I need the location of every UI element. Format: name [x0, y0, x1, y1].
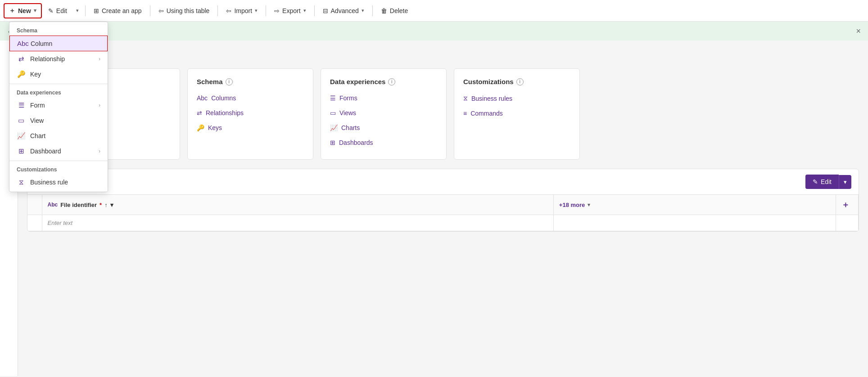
- form-item-left: ☰ Form: [17, 101, 45, 109]
- forms-link[interactable]: ☰ Forms: [330, 91, 437, 106]
- create-app-icon: ⊞: [94, 7, 99, 14]
- export-chevron-icon: ▾: [303, 8, 306, 13]
- business-rules-label: Business rules: [471, 95, 512, 102]
- key-item-left: 🔑 Key: [17, 70, 41, 78]
- table-wrapper: Abc File identifier * ↑ ▾ +18 more: [27, 195, 859, 231]
- plus-icon: ＋: [9, 7, 15, 15]
- edit-chevron-icon: ▾: [76, 8, 79, 13]
- new-chevron-icon: ▾: [34, 8, 36, 13]
- banner-close-button[interactable]: ×: [856, 27, 861, 36]
- relationships-icon: ⇄: [197, 109, 202, 117]
- keys-link[interactable]: 🔑 Keys: [197, 121, 304, 135]
- import-label: Import: [234, 7, 252, 14]
- relationships-link[interactable]: ⇄ Relationships: [197, 106, 304, 121]
- export-icon: ⇨: [274, 7, 280, 14]
- edit-data-label: Edit: [821, 178, 832, 185]
- using-table-label: Using this table: [167, 7, 210, 14]
- page-title: pboxFiles: [27, 49, 859, 61]
- delete-icon: 🗑: [381, 7, 387, 14]
- table-header-row: Abc File identifier * ↑ ▾ +18 more: [27, 195, 859, 215]
- dashboard-label: Dashboard: [30, 148, 61, 155]
- business-rule-item-left: ⧖ Business rule: [17, 178, 68, 186]
- new-label: New: [18, 7, 31, 14]
- customizations-section-label: Customizations: [9, 163, 108, 175]
- column-icon: Abc: [17, 40, 26, 47]
- new-dropdown-menu: Schema Abc Column ⇄ Relationship › 🔑 Key…: [9, 22, 108, 192]
- edit-dropdown-button[interactable]: ▾: [73, 5, 81, 16]
- dashboard-menu-item[interactable]: ⊞ Dashboard ›: [9, 144, 108, 159]
- edit-data-chevron-icon: ▾: [844, 179, 847, 185]
- chart-label: Chart: [30, 132, 45, 139]
- business-rule-icon: ⧖: [17, 178, 26, 186]
- menu-divider-2: [9, 161, 108, 161]
- divider-2: [150, 5, 150, 16]
- using-table-button[interactable]: ⇦ Using this table: [154, 4, 214, 17]
- sort-up-icon: ↑: [104, 202, 108, 208]
- main-content: pboxFiles ⚙ Properties ⊟ Tools ▾: [0, 40, 868, 376]
- edit-button[interactable]: ✎ Edit: [44, 4, 72, 17]
- new-button[interactable]: ＋ New ▾: [4, 3, 42, 18]
- dashboard-chevron-icon: ›: [99, 148, 100, 154]
- data-experiences-card: Data experiences i ☰ Forms ▭ Views 📈 Cha…: [321, 68, 447, 160]
- edit-data-button[interactable]: ✎ Edit: [805, 175, 839, 189]
- add-column-icon: ＋: [841, 200, 850, 209]
- form-chevron-icon: ›: [99, 102, 100, 108]
- more-chevron-icon: ▾: [588, 202, 590, 208]
- views-link[interactable]: ▭ Views: [330, 106, 437, 121]
- sort-down-icon: ▾: [110, 202, 113, 208]
- add-column-header[interactable]: ＋: [836, 195, 859, 215]
- business-rule-menu-item[interactable]: ⧖ Business rule: [9, 175, 108, 190]
- delete-button[interactable]: 🗑 Delete: [376, 4, 412, 17]
- advanced-button[interactable]: ⊟ Advanced ▾: [318, 4, 369, 17]
- file-identifier-label: File identifier: [60, 202, 97, 208]
- data-table-section: s columns and data ✎ Edit ▾: [27, 169, 859, 232]
- key-icon: 🔑: [17, 70, 26, 78]
- commands-icon: ≡: [463, 110, 467, 117]
- divider-3: [217, 5, 218, 16]
- create-app-label: Create an app: [102, 7, 142, 14]
- form-menu-item[interactable]: ☰ Form ›: [9, 98, 108, 113]
- import-button[interactable]: ⇦ Import ▾: [222, 4, 262, 17]
- commands-label: Commands: [470, 110, 503, 117]
- import-chevron-icon: ▾: [255, 8, 258, 13]
- data-experiences-info-icon: i: [388, 78, 395, 85]
- view-label: View: [30, 117, 44, 124]
- schema-section-label: Schema: [9, 24, 108, 36]
- chart-menu-item[interactable]: 📈 Chart: [9, 128, 108, 144]
- columns-link[interactable]: Abc Columns: [197, 91, 304, 106]
- business-rule-label: Business rule: [30, 179, 68, 186]
- commands-link[interactable]: ≡ Commands: [463, 106, 570, 121]
- charts-link[interactable]: 📈 Charts: [330, 121, 437, 135]
- business-rules-icon: ⧖: [463, 94, 468, 102]
- edit-pencil-icon: ✎: [48, 7, 54, 14]
- chart-item-left: 📈 Chart: [17, 132, 45, 140]
- key-menu-item[interactable]: 🔑 Key: [9, 67, 108, 82]
- column-menu-item[interactable]: Abc Column: [9, 36, 108, 51]
- more-label: +18 more: [559, 202, 585, 208]
- keys-icon: 🔑: [197, 124, 204, 131]
- view-menu-item[interactable]: ▭ View: [9, 113, 108, 128]
- keys-label: Keys: [208, 124, 222, 131]
- relationship-menu-item[interactable]: ⇄ Relationship ›: [9, 51, 108, 67]
- form-icon: ☰: [17, 101, 26, 109]
- relationship-label: Relationship: [30, 55, 65, 63]
- dashboards-link[interactable]: ⊞ Dashboards: [330, 135, 437, 150]
- more-columns-header[interactable]: +18 more ▾: [553, 195, 836, 215]
- charts-label: Charts: [341, 124, 360, 131]
- create-app-button[interactable]: ⊞ Create an app: [89, 4, 146, 17]
- empty-cell: [553, 215, 836, 231]
- export-button[interactable]: ⇨ Export ▾: [270, 4, 310, 17]
- table-row: Enter text: [27, 215, 859, 231]
- enter-text-cell[interactable]: Enter text: [42, 215, 553, 231]
- file-identifier-header[interactable]: Abc File identifier * ↑ ▾: [42, 195, 553, 215]
- edit-button-group: ✎ Edit ▾: [805, 175, 851, 189]
- chart-icon: 📈: [17, 132, 26, 140]
- business-rules-link[interactable]: ⧖ Business rules: [463, 91, 570, 106]
- schema-card: Schema i Abc Columns ⇄ Relationships 🔑 K…: [187, 68, 313, 160]
- view-icon: ▭: [17, 117, 26, 125]
- row-number-header: [27, 195, 42, 215]
- edit-data-dropdown-button[interactable]: ▾: [839, 175, 851, 189]
- divider-6: [372, 5, 373, 16]
- forms-label: Forms: [339, 94, 357, 102]
- center-area: pboxFiles ⚙ Properties ⊟ Tools ▾: [18, 40, 868, 376]
